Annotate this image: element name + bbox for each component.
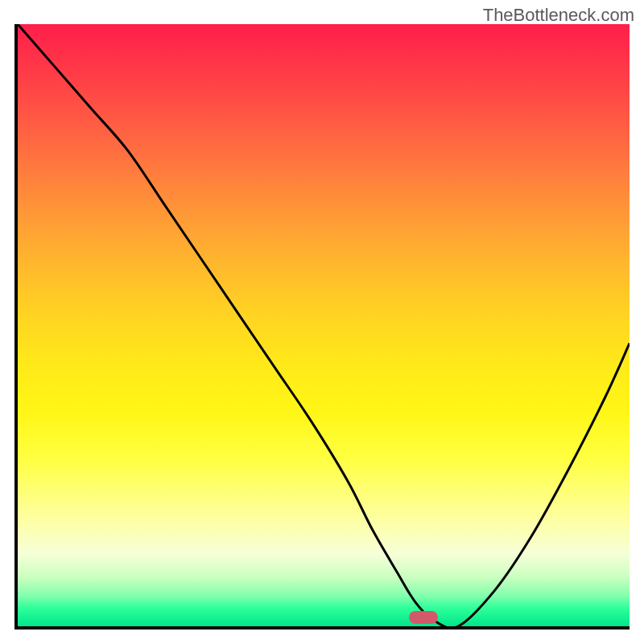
watermark-text: TheBottleneck.com	[483, 5, 634, 26]
chart-area	[14, 24, 630, 630]
curve-plot	[18, 24, 630, 626]
optimal-point-marker	[409, 611, 438, 624]
bottleneck-curve-path	[18, 24, 630, 626]
